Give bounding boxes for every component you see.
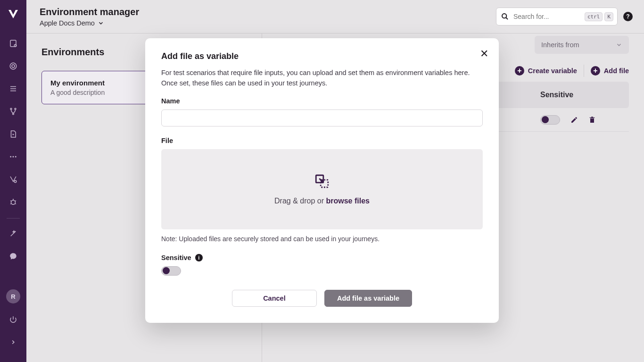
modal-description: For test scenarios that require file inp… [161, 68, 483, 89]
nav-item-target[interactable] [4, 57, 23, 76]
svg-point-13 [14, 180, 17, 183]
svg-line-21 [506, 17, 508, 19]
nav-item-list[interactable] [4, 79, 23, 98]
add-file-modal: ✕ Add file as variable For test scenario… [145, 38, 499, 323]
avatar[interactable]: R [6, 289, 20, 303]
column-sensitive: Sensitive [540, 91, 620, 99]
edit-icon[interactable] [570, 116, 578, 124]
kbd-k: K [604, 12, 613, 21]
toolbar-divider [584, 65, 584, 77]
dropzone-text: Drag & drop or browse files [274, 197, 370, 205]
nav-item-file[interactable] [4, 125, 23, 143]
svg-point-14 [11, 200, 16, 204]
page-title: Environment manager [40, 7, 139, 17]
browse-files-link[interactable]: browse files [326, 197, 369, 205]
inherits-from-select[interactable]: Inherits from [535, 36, 629, 54]
svg-rect-0 [10, 40, 16, 47]
upload-note: Note: Uploaded files are securely stored… [161, 235, 483, 243]
name-label: Name [161, 97, 483, 105]
project-name: Apple Docs Demo [40, 19, 95, 27]
svg-point-11 [13, 156, 14, 158]
submit-button[interactable]: Add file as variable [324, 290, 412, 307]
plus-circle-icon: + [515, 66, 524, 76]
nav-item-vgear[interactable] [4, 170, 23, 189]
nav-item-power[interactable] [4, 310, 23, 329]
header: Environment manager Apple Docs Demo ctrl… [26, 0, 644, 34]
nav-item-1[interactable] [4, 34, 23, 53]
nav-item-bug[interactable] [4, 193, 23, 211]
file-label: File [161, 137, 483, 144]
modal-sensitive-toggle[interactable] [161, 266, 181, 276]
sensitive-toggle[interactable] [540, 115, 560, 125]
name-input[interactable] [161, 109, 483, 126]
svg-point-1 [14, 44, 17, 47]
help-icon[interactable]: ? [623, 12, 633, 21]
delete-icon[interactable] [588, 116, 596, 124]
search-input-wrapper[interactable]: ctrl K [496, 8, 618, 25]
sidebar-nav: R [0, 0, 26, 362]
svg-line-16 [10, 201, 11, 202]
svg-point-12 [15, 156, 17, 158]
logo [8, 8, 19, 20]
svg-point-8 [15, 108, 16, 109]
nav-item-chat[interactable] [4, 247, 23, 266]
add-file-label: Add file [604, 67, 629, 75]
svg-line-18 [10, 203, 11, 204]
svg-point-20 [502, 14, 506, 18]
svg-point-2 [10, 63, 17, 69]
inherits-label: Inherits from [541, 41, 579, 49]
svg-point-3 [12, 65, 15, 67]
close-icon[interactable]: ✕ [480, 49, 488, 59]
cancel-button[interactable]: Cancel [232, 290, 317, 307]
sensitive-label: Sensitive [161, 254, 191, 261]
info-icon[interactable]: i [195, 254, 203, 261]
nav-item-branch[interactable] [4, 102, 23, 121]
kbd-ctrl: ctrl [585, 12, 603, 21]
project-selector[interactable]: Apple Docs Demo [40, 19, 139, 27]
create-variable-label: Create variable [528, 67, 577, 75]
plus-circle-icon: + [591, 66, 600, 76]
chevron-down-icon [98, 20, 104, 26]
nav-item-wand[interactable] [4, 224, 23, 243]
svg-line-17 [15, 201, 16, 202]
chevron-down-icon [616, 42, 622, 48]
add-file-button[interactable]: + Add file [591, 62, 629, 79]
nav-item-more[interactable] [4, 147, 23, 166]
file-dropzone[interactable]: Drag & drop or browse files [161, 149, 483, 229]
upload-icon [314, 173, 330, 189]
svg-point-7 [10, 108, 12, 109]
sidebar-divider [7, 218, 20, 219]
modal-title: Add file as variable [161, 51, 483, 61]
svg-line-19 [15, 203, 16, 204]
svg-point-9 [13, 113, 14, 115]
svg-point-10 [10, 156, 11, 158]
create-variable-button[interactable]: + Create variable [515, 62, 577, 79]
search-icon [501, 13, 509, 20]
nav-item-expand[interactable] [4, 333, 23, 352]
search-input[interactable] [513, 13, 579, 20]
